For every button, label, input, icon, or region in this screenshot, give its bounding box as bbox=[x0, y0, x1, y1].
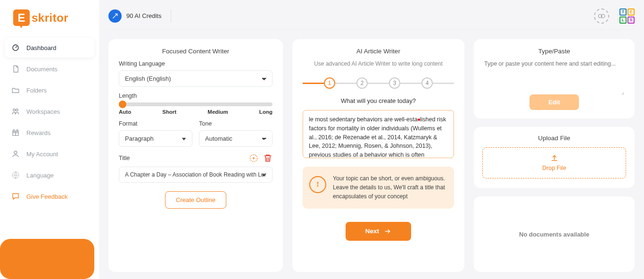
drop-zone[interactable]: Drop File bbox=[482, 147, 626, 178]
length-slider[interactable] bbox=[119, 102, 272, 106]
step-1[interactable]: 1 bbox=[324, 77, 335, 89]
type-paste-card: Type/Paste ⌟ Edit bbox=[474, 39, 635, 118]
sidebar-item-label: Documents bbox=[26, 66, 58, 73]
dashboard-icon bbox=[11, 43, 20, 52]
create-outline-button[interactable]: Create Outline bbox=[165, 191, 226, 209]
info-tip: Your topic can be short, or even ambiguo… bbox=[303, 167, 454, 209]
title-label: Title bbox=[119, 155, 130, 161]
card-title: Upload File bbox=[482, 135, 626, 142]
length-label: Length bbox=[119, 93, 272, 99]
magic-wand-icon bbox=[108, 9, 122, 23]
step-4[interactable]: 4 bbox=[421, 77, 433, 89]
documents-icon bbox=[11, 65, 20, 73]
next-button[interactable]: Next bbox=[346, 222, 411, 241]
folders-icon bbox=[11, 86, 20, 94]
card-subtitle: Use advanced AI Article Writer to write … bbox=[303, 60, 454, 67]
sidebar-item-folders[interactable]: Folders bbox=[5, 80, 94, 100]
sidebar-item-language[interactable]: Language bbox=[5, 165, 94, 185]
info-text: Your topic can be short, or even ambiguo… bbox=[333, 174, 446, 201]
sidebar-item-label: Workspaces bbox=[26, 108, 60, 115]
prompt-textarea[interactable]: le most sedentary behaviors are well-est… bbox=[303, 110, 454, 158]
svg-point-9 bbox=[317, 182, 318, 183]
stepper: 1 2 3 4 bbox=[303, 77, 454, 89]
divider bbox=[108, 29, 635, 30]
format-label: Format bbox=[119, 120, 192, 127]
regenerate-icon[interactable] bbox=[249, 153, 258, 163]
title-input[interactable]: A Chapter a Day – Association of Book Re… bbox=[119, 167, 272, 183]
credits-badge[interactable]: 90 AI Credits bbox=[108, 9, 161, 23]
rewards-icon bbox=[11, 128, 20, 137]
products-grid[interactable]: T E L S bbox=[619, 8, 635, 24]
feedback-icon bbox=[11, 192, 20, 201]
brand-mark: E bbox=[13, 9, 30, 26]
sidebar-item-feedback[interactable]: Give Feedback bbox=[5, 186, 94, 206]
upload-icon bbox=[550, 153, 559, 162]
no-documents-text: No documents available bbox=[519, 231, 589, 238]
sidebar-item-workspaces[interactable]: Workspaces bbox=[5, 101, 94, 121]
nav-list: DashboardDocumentsFoldersWorkspacesRewar… bbox=[5, 38, 94, 206]
card-title: Focused Content Writer bbox=[119, 48, 272, 55]
resize-corner-icon[interactable]: ⌟ bbox=[484, 91, 624, 93]
format-select[interactable]: Paragraph bbox=[119, 130, 192, 147]
sidebar-item-label: Rewards bbox=[26, 129, 50, 136]
sidebar-item-label: Folders bbox=[26, 87, 47, 94]
sidebar-item-dashboard[interactable]: Dashboard bbox=[5, 38, 94, 58]
topbar: 90 AI Credits T E L S bbox=[108, 7, 635, 25]
brand-logo: E skritor bbox=[13, 9, 94, 26]
main: 90 AI Credits T E L S Focused Content Wr… bbox=[99, 0, 644, 279]
sidebar-item-documents[interactable]: Documents bbox=[5, 59, 94, 79]
no-documents-card: No documents available bbox=[474, 196, 635, 272]
ai-article-writer-card: AI Article Writer Use advanced AI Articl… bbox=[292, 39, 464, 272]
slider-thumb[interactable] bbox=[119, 101, 126, 108]
sidebar-item-account[interactable]: My Account bbox=[5, 144, 94, 164]
type-paste-textarea[interactable] bbox=[484, 60, 624, 89]
brand-name: skritor bbox=[32, 11, 68, 25]
step-2[interactable]: 2 bbox=[356, 77, 368, 89]
arrow-right-icon bbox=[384, 228, 391, 235]
sidebar-item-label: Give Feedback bbox=[26, 193, 67, 200]
sidebar-float-button[interactable] bbox=[0, 239, 94, 279]
divider bbox=[171, 9, 171, 23]
sidebar-item-rewards[interactable]: Rewards bbox=[5, 123, 94, 143]
tone-select[interactable]: Automatic bbox=[199, 130, 272, 147]
prompt-heading: What will you create today? bbox=[303, 97, 454, 104]
focused-content-writer-card: Focused Content Writer Writing Language … bbox=[108, 39, 283, 272]
sidebar-item-label: Dashboard bbox=[26, 44, 57, 51]
svg-point-4 bbox=[14, 151, 17, 154]
drop-label: Drop File bbox=[542, 165, 566, 171]
svg-point-2 bbox=[16, 109, 18, 111]
edit-button[interactable]: Edit bbox=[529, 94, 579, 110]
writing-language-label: Writing Language bbox=[119, 60, 272, 67]
language-icon bbox=[11, 171, 20, 179]
account-icon bbox=[11, 150, 20, 158]
sidebar-item-label: My Account bbox=[26, 151, 58, 158]
credits-text: 90 AI Credits bbox=[126, 12, 161, 19]
sidebar-item-label: Language bbox=[26, 172, 54, 179]
writing-language-select[interactable]: English (English) bbox=[119, 70, 272, 87]
upload-file-card: Upload File Drop File bbox=[474, 127, 635, 188]
language-switcher[interactable] bbox=[594, 8, 609, 24]
sidebar: E skritor DashboardDocumentsFoldersWorks… bbox=[0, 0, 99, 279]
delete-icon[interactable] bbox=[263, 153, 272, 163]
tone-label: Tone bbox=[199, 120, 272, 127]
info-icon bbox=[309, 176, 326, 193]
step-3[interactable]: 3 bbox=[389, 77, 400, 89]
svg-point-1 bbox=[13, 109, 16, 111]
workspaces-icon bbox=[11, 107, 20, 116]
card-title: Type/Paste bbox=[484, 48, 624, 55]
length-ticks: Auto Short Medium Long bbox=[119, 109, 272, 115]
card-title: AI Article Writer bbox=[303, 48, 454, 55]
